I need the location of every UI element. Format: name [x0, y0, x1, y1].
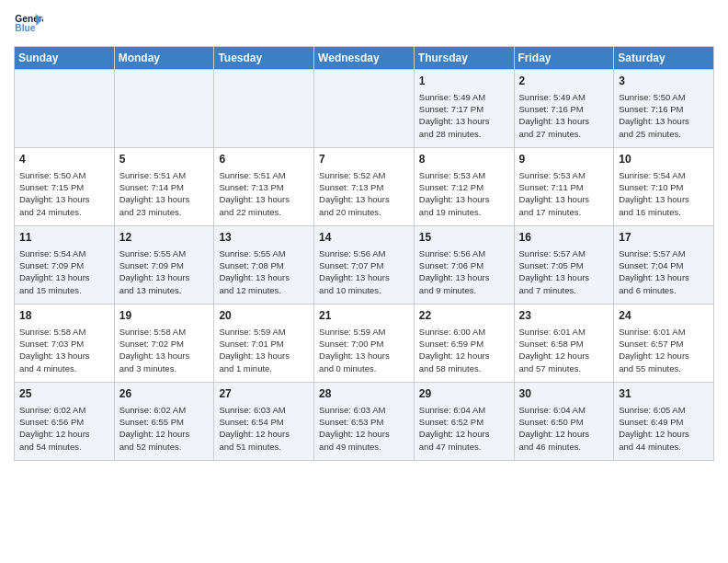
calendar-cell: 25Sunrise: 6:02 AM Sunset: 6:56 PM Dayli…: [15, 383, 115, 461]
day-info: Sunrise: 6:03 AM Sunset: 6:54 PM Dayligh…: [219, 404, 309, 453]
day-info: Sunrise: 6:04 AM Sunset: 6:52 PM Dayligh…: [419, 404, 509, 453]
day-number: 9: [519, 152, 609, 167]
day-number: 12: [119, 230, 210, 246]
calendar-cell: 18Sunrise: 5:58 AM Sunset: 7:03 PM Dayli…: [15, 304, 115, 383]
calendar-cell: 14Sunrise: 5:56 AM Sunset: 7:07 PM Dayli…: [314, 226, 415, 304]
logo: General Blue: [14, 9, 43, 39]
calendar-cell: 29Sunrise: 6:04 AM Sunset: 6:52 PM Dayli…: [414, 383, 514, 461]
day-info: Sunrise: 5:54 AM Sunset: 7:09 PM Dayligh…: [19, 247, 109, 296]
day-info: Sunrise: 6:03 AM Sunset: 6:53 PM Dayligh…: [319, 404, 409, 453]
calendar-cell: 19Sunrise: 5:58 AM Sunset: 7:02 PM Dayli…: [114, 304, 214, 383]
day-number: 11: [19, 230, 109, 246]
day-number: 3: [619, 74, 709, 89]
calendar-cell: [314, 70, 415, 148]
day-number: 19: [119, 308, 210, 324]
header-sunday: Sunday: [15, 47, 115, 70]
day-number: 14: [319, 230, 409, 246]
page-header: General Blue: [14, 9, 714, 39]
day-info: Sunrise: 6:02 AM Sunset: 6:56 PM Dayligh…: [19, 404, 109, 453]
calendar-cell: 22Sunrise: 6:00 AM Sunset: 6:59 PM Dayli…: [414, 304, 514, 383]
day-number: 8: [419, 152, 509, 167]
calendar-cell: 30Sunrise: 6:04 AM Sunset: 6:50 PM Dayli…: [514, 383, 614, 461]
header-wednesday: Wednesday: [314, 47, 415, 70]
svg-text:Blue: Blue: [15, 23, 35, 33]
day-info: Sunrise: 5:58 AM Sunset: 7:02 PM Dayligh…: [119, 326, 210, 374]
calendar-cell: 2Sunrise: 5:49 AM Sunset: 7:16 PM Daylig…: [514, 70, 614, 148]
day-info: Sunrise: 6:05 AM Sunset: 6:49 PM Dayligh…: [619, 404, 709, 453]
calendar-cell: 26Sunrise: 6:02 AM Sunset: 6:55 PM Dayli…: [114, 383, 214, 461]
calendar-cell: 1Sunrise: 5:49 AM Sunset: 7:17 PM Daylig…: [414, 70, 514, 148]
day-number: 29: [419, 386, 509, 402]
calendar-cell: 4Sunrise: 5:50 AM Sunset: 7:15 PM Daylig…: [15, 148, 115, 226]
day-info: Sunrise: 5:55 AM Sunset: 7:08 PM Dayligh…: [219, 247, 309, 296]
calendar-cell: 6Sunrise: 5:51 AM Sunset: 7:13 PM Daylig…: [214, 148, 314, 226]
day-info: Sunrise: 5:50 AM Sunset: 7:15 PM Dayligh…: [19, 169, 109, 218]
calendar-cell: 17Sunrise: 5:57 AM Sunset: 7:04 PM Dayli…: [614, 226, 714, 304]
calendar-cell: 11Sunrise: 5:54 AM Sunset: 7:09 PM Dayli…: [15, 226, 115, 304]
calendar-week-5: 25Sunrise: 6:02 AM Sunset: 6:56 PM Dayli…: [15, 383, 714, 461]
day-info: Sunrise: 6:01 AM Sunset: 6:57 PM Dayligh…: [619, 326, 709, 374]
day-info: Sunrise: 5:52 AM Sunset: 7:13 PM Dayligh…: [319, 169, 409, 218]
day-number: 24: [619, 308, 709, 324]
calendar-cell: 5Sunrise: 5:51 AM Sunset: 7:14 PM Daylig…: [114, 148, 214, 226]
calendar-week-2: 4Sunrise: 5:50 AM Sunset: 7:15 PM Daylig…: [15, 148, 714, 226]
day-info: Sunrise: 5:53 AM Sunset: 7:12 PM Dayligh…: [419, 169, 509, 218]
day-number: 1: [419, 74, 509, 89]
day-info: Sunrise: 5:49 AM Sunset: 7:16 PM Dayligh…: [519, 91, 609, 140]
day-number: 18: [19, 308, 109, 324]
calendar-cell: 28Sunrise: 6:03 AM Sunset: 6:53 PM Dayli…: [314, 383, 415, 461]
day-number: 23: [519, 308, 609, 324]
day-number: 27: [219, 386, 309, 402]
day-info: Sunrise: 5:51 AM Sunset: 7:13 PM Dayligh…: [219, 169, 309, 218]
calendar-cell: 21Sunrise: 5:59 AM Sunset: 7:00 PM Dayli…: [314, 304, 415, 383]
calendar-cell: 9Sunrise: 5:53 AM Sunset: 7:11 PM Daylig…: [514, 148, 614, 226]
calendar-cell: 20Sunrise: 5:59 AM Sunset: 7:01 PM Dayli…: [214, 304, 314, 383]
day-info: Sunrise: 5:51 AM Sunset: 7:14 PM Dayligh…: [119, 169, 210, 218]
day-info: Sunrise: 5:58 AM Sunset: 7:03 PM Dayligh…: [19, 326, 109, 374]
day-info: Sunrise: 5:55 AM Sunset: 7:09 PM Dayligh…: [119, 247, 210, 296]
calendar-cell: 23Sunrise: 6:01 AM Sunset: 6:58 PM Dayli…: [514, 304, 614, 383]
calendar-week-1: 1Sunrise: 5:49 AM Sunset: 7:17 PM Daylig…: [15, 70, 714, 148]
day-info: Sunrise: 6:04 AM Sunset: 6:50 PM Dayligh…: [519, 404, 609, 453]
calendar-cell: 13Sunrise: 5:55 AM Sunset: 7:08 PM Dayli…: [214, 226, 314, 304]
calendar-cell: [15, 70, 115, 148]
day-info: Sunrise: 5:57 AM Sunset: 7:04 PM Dayligh…: [619, 247, 709, 296]
day-info: Sunrise: 5:49 AM Sunset: 7:17 PM Dayligh…: [419, 91, 509, 140]
calendar-cell: [114, 70, 214, 148]
day-number: 10: [619, 152, 709, 167]
day-number: 4: [19, 152, 109, 167]
day-number: 21: [319, 308, 409, 324]
day-number: 6: [219, 152, 309, 167]
day-info: Sunrise: 5:53 AM Sunset: 7:11 PM Dayligh…: [519, 169, 609, 218]
day-info: Sunrise: 5:59 AM Sunset: 7:00 PM Dayligh…: [319, 326, 409, 374]
day-info: Sunrise: 5:56 AM Sunset: 7:06 PM Dayligh…: [419, 247, 509, 296]
header-saturday: Saturday: [614, 47, 714, 70]
day-number: 26: [119, 386, 210, 402]
day-number: 22: [419, 308, 509, 324]
day-info: Sunrise: 5:56 AM Sunset: 7:07 PM Dayligh…: [319, 247, 409, 296]
calendar-cell: 16Sunrise: 5:57 AM Sunset: 7:05 PM Dayli…: [514, 226, 614, 304]
calendar-cell: 24Sunrise: 6:01 AM Sunset: 6:57 PM Dayli…: [614, 304, 714, 383]
calendar-cell: 7Sunrise: 5:52 AM Sunset: 7:13 PM Daylig…: [314, 148, 415, 226]
calendar-cell: 15Sunrise: 5:56 AM Sunset: 7:06 PM Dayli…: [414, 226, 514, 304]
day-info: Sunrise: 5:54 AM Sunset: 7:10 PM Dayligh…: [619, 169, 709, 218]
header-thursday: Thursday: [414, 47, 514, 70]
day-number: 13: [219, 230, 309, 246]
calendar-cell: 31Sunrise: 6:05 AM Sunset: 6:49 PM Dayli…: [614, 383, 714, 461]
header-monday: Monday: [114, 47, 214, 70]
day-number: 30: [519, 386, 609, 402]
calendar-table: SundayMondayTuesdayWednesdayThursdayFrid…: [14, 46, 714, 461]
calendar-week-3: 11Sunrise: 5:54 AM Sunset: 7:09 PM Dayli…: [15, 226, 714, 304]
header-tuesday: Tuesday: [214, 47, 314, 70]
day-info: Sunrise: 5:59 AM Sunset: 7:01 PM Dayligh…: [219, 326, 309, 374]
day-info: Sunrise: 6:00 AM Sunset: 6:59 PM Dayligh…: [419, 326, 509, 374]
calendar-cell: 8Sunrise: 5:53 AM Sunset: 7:12 PM Daylig…: [414, 148, 514, 226]
calendar-cell: 10Sunrise: 5:54 AM Sunset: 7:10 PM Dayli…: [614, 148, 714, 226]
day-number: 15: [419, 230, 509, 246]
day-number: 7: [319, 152, 409, 167]
day-info: Sunrise: 6:02 AM Sunset: 6:55 PM Dayligh…: [119, 404, 210, 453]
day-number: 20: [219, 308, 309, 324]
day-info: Sunrise: 6:01 AM Sunset: 6:58 PM Dayligh…: [519, 326, 609, 374]
day-number: 2: [519, 74, 609, 89]
day-info: Sunrise: 5:57 AM Sunset: 7:05 PM Dayligh…: [519, 247, 609, 296]
